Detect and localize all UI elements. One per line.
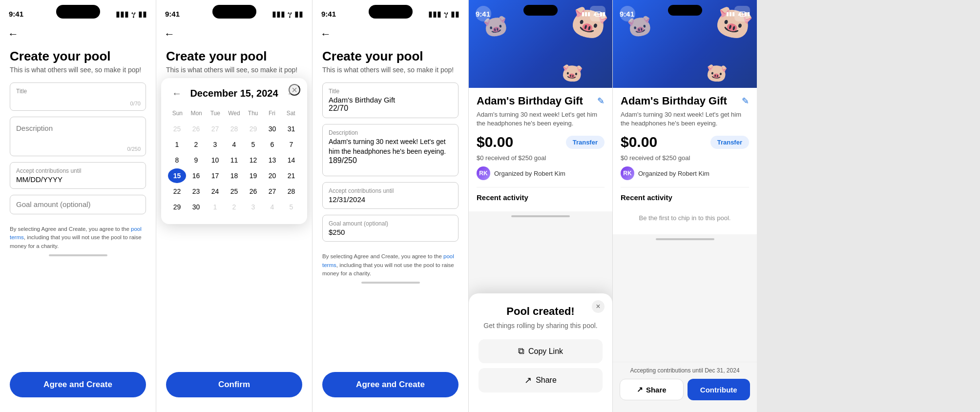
back-button-1[interactable]: ←	[8, 28, 19, 41]
calendar-day-9[interactable]: 9	[187, 153, 205, 167]
edit-icon-5[interactable]: ✎	[742, 96, 749, 106]
calendar-day-2[interactable]: 2	[187, 137, 205, 152]
contribute-label-5: Contribute	[700, 386, 737, 394]
calendar-day-31[interactable]: 31	[282, 122, 300, 136]
signal-icon-5: ▮▮▮	[726, 11, 735, 17]
calendar-day-11[interactable]: 11	[225, 153, 243, 167]
calendar-day-5[interactable]: 5	[282, 200, 300, 214]
modal-close-button[interactable]: ×	[592, 300, 605, 313]
status-bar-5: 9:41 ▮▮▮ ▲ ▮▮	[613, 0, 757, 21]
calendar-day-30[interactable]: 30	[263, 122, 281, 136]
calendar-day-22[interactable]: 22	[168, 184, 186, 199]
battery-icon-2: ▮▮	[294, 9, 303, 19]
calendar-day-25[interactable]: 25	[168, 122, 186, 136]
calendar-day-13[interactable]: 13	[263, 153, 281, 167]
calendar-close-button[interactable]: ×	[289, 84, 300, 96]
card-title-row-4: Adam's Birthday Gift ✎	[477, 95, 605, 107]
calendar-day-27[interactable]: 27	[263, 184, 281, 199]
calendar-day-28[interactable]: 28	[282, 184, 300, 199]
status-time-5: 9:41	[620, 10, 634, 18]
calendar-day-8[interactable]: 8	[168, 153, 186, 167]
calendar-day-16[interactable]: 16	[187, 168, 205, 183]
screen-1: 9:41 ▮▮▮ 𝛄 ▮▮ ← Create your pool This is…	[0, 0, 156, 412]
calendar-day-23[interactable]: 23	[187, 184, 205, 199]
form-3: Title Adam's Birthday Gift 22/70 Descrip…	[313, 76, 468, 248]
contribute-button-5[interactable]: Contribute	[688, 379, 751, 400]
calendar-day-3[interactable]: 3	[244, 200, 262, 214]
calendar-day-27[interactable]: 27	[206, 122, 224, 136]
calendar-day-24[interactable]: 24	[206, 184, 224, 199]
description-field-1: 0/250	[10, 117, 146, 156]
card-body-5: Adam's Birthday Gift ✎ Adam's turning 30…	[613, 88, 757, 234]
calendar-overlay: × ← December 15, 2024 → Sun Mon Tue Wed …	[161, 78, 307, 224]
calendar-day-30[interactable]: 30	[187, 200, 205, 214]
goal-field-3: Goal amount (optional) $250	[322, 215, 459, 242]
screen-4: ‹ ⊞ 🐷 🐷 🐷 9:41 ▮▮▮ ▲ ▮▮ Adam's Birthday …	[469, 0, 613, 412]
page-title-area-3: Create your pool This is what others wil…	[313, 45, 468, 76]
calendar-day-26[interactable]: 26	[187, 122, 205, 136]
calendar-day-21[interactable]: 21	[282, 168, 300, 183]
calendar-day-1[interactable]: 1	[168, 137, 186, 152]
description-charcount-3: 189/250	[329, 156, 357, 165]
calendar-day-3[interactable]: 3	[206, 137, 224, 152]
organizer-name-4: Organized by Robert Kim	[494, 170, 565, 177]
confirm-button-2[interactable]: Confirm	[166, 372, 302, 397]
back-button-2[interactable]: ←	[164, 28, 175, 41]
calendar-day-4[interactable]: 4	[263, 200, 281, 214]
calendar-day-26[interactable]: 26	[244, 184, 262, 199]
goal-input-1[interactable]	[16, 200, 140, 208]
screen-2: 9:41 ▮▮▮ 𝛄 ▮▮ ← Create your pool This is…	[156, 0, 313, 412]
card-amount-row-5: $0.00 Transfer	[621, 134, 749, 150]
calendar-day-29[interactable]: 29	[168, 200, 186, 214]
calendar-day-12[interactable]: 12	[244, 153, 262, 167]
status-icons-5: ▮▮▮ ▲ ▮▮	[726, 11, 750, 17]
wifi-icon-3: 𝛄	[444, 9, 448, 18]
calendar-day-28[interactable]: 28	[225, 122, 243, 136]
share-label-4: Share	[536, 376, 557, 385]
date-field-1[interactable]: Accept contributions until MM/DD/YYYY	[10, 162, 146, 189]
calendar-day-14[interactable]: 14	[282, 153, 300, 167]
calendar-day-6[interactable]: 6	[263, 137, 281, 152]
organizer-row-4: RK Organized by Robert Kim	[477, 166, 605, 180]
back-button-3[interactable]: ←	[320, 28, 331, 41]
dynamic-island-2	[212, 5, 256, 19]
page-title-area-2: Create your pool This is what others wil…	[156, 45, 312, 76]
transfer-button-4[interactable]: Transfer	[566, 136, 605, 149]
calendar-day-15[interactable]: 15	[168, 168, 186, 183]
card-desc-5: Adam's turning 30 next week! Let's get h…	[621, 110, 749, 128]
calendar-day-2[interactable]: 2	[225, 200, 243, 214]
home-indicator-5	[656, 238, 714, 240]
title-input-1[interactable]	[16, 97, 140, 105]
battery-icon-4: ▮▮	[600, 11, 605, 17]
date-field-3[interactable]: Accept contributions until 12/31/2024	[322, 182, 459, 209]
copy-link-button[interactable]: ⧉ Copy Link	[479, 339, 603, 363]
nav-bar-3: ←	[313, 23, 468, 45]
calendar-day-4[interactable]: 4	[225, 137, 243, 152]
calendar-day-10[interactable]: 10	[206, 153, 224, 167]
calendar-day-29[interactable]: 29	[244, 122, 262, 136]
transfer-button-5[interactable]: Transfer	[710, 136, 749, 149]
calendar-day-19[interactable]: 19	[244, 168, 262, 183]
calendar-day-7[interactable]: 7	[282, 137, 300, 152]
card-amount-5: $0.00	[621, 134, 657, 150]
status-time-4: 9:41	[476, 10, 490, 18]
agree-create-button-1[interactable]: Agree and Create	[10, 372, 146, 397]
agree-create-button-3[interactable]: Agree and Create	[322, 372, 459, 397]
share-button-4[interactable]: ↗ Share	[479, 368, 603, 392]
calendar-day-5[interactable]: 5	[244, 137, 262, 152]
dynamic-island-4	[523, 5, 558, 16]
calendar-day-20[interactable]: 20	[263, 168, 281, 183]
status-bar-2: 9:41 ▮▮▮ 𝛄 ▮▮	[156, 0, 312, 23]
calendar-day-17[interactable]: 17	[206, 168, 224, 183]
calendar-day-18[interactable]: 18	[225, 168, 243, 183]
calendar-day-1[interactable]: 1	[206, 200, 224, 214]
day-label-fri: Fri	[263, 108, 282, 119]
card-amount-row-4: $0.00 Transfer	[477, 134, 605, 150]
edit-icon-4[interactable]: ✎	[597, 96, 605, 106]
description-input-1[interactable]	[16, 122, 140, 149]
calendar-prev-button[interactable]: ←	[168, 86, 186, 101]
calendar-day-25[interactable]: 25	[225, 184, 243, 199]
calendar-days-header: Sun Mon Tue Wed Thu Fri Sat	[168, 108, 300, 119]
share-button-5[interactable]: ↗ Share	[620, 379, 684, 400]
dynamic-island-5	[668, 5, 702, 16]
